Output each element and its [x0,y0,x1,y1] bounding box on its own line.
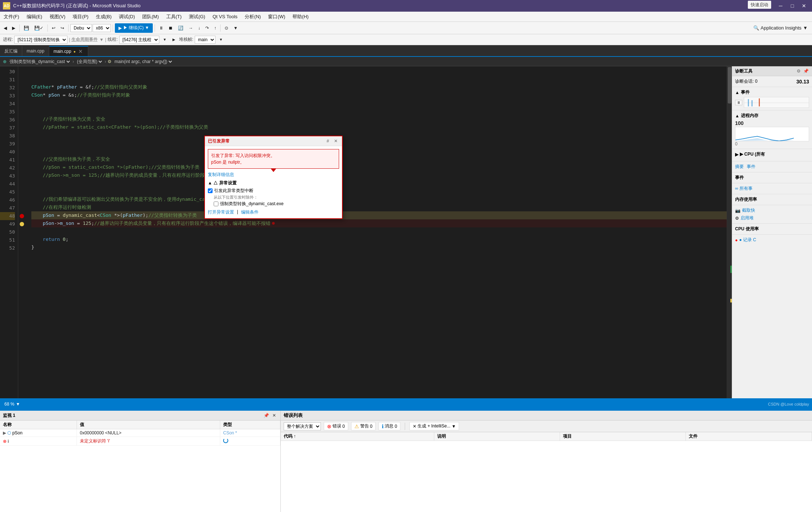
break-checkbox[interactable] [208,188,213,193]
summary-tab[interactable]: 摘要 [735,164,744,170]
menu-edit[interactable]: 编辑(E) [23,12,46,22]
title-bar-text: C++版数据结构代码学习 (正在调试) - Microsoft Visual S… [13,3,140,9]
undo-button[interactable]: ↩ [50,23,58,33]
editor-scrollbar[interactable] [727,66,732,398]
menu-window[interactable]: 窗口(W) [264,12,289,22]
events-toolbar: ⏸ [735,97,809,108]
restart-button[interactable]: 🔄 [176,23,186,33]
warning-count-badge[interactable]: ⚠ 警告 0 [351,422,376,430]
application-insights-dropdown[interactable]: ▼ [803,25,808,31]
error-badge-icon: ⊗ [327,423,331,429]
diag-settings[interactable]: ⚙ [795,68,802,74]
application-insights-label[interactable]: Application Insights [761,25,801,31]
back-button[interactable]: ◀ [1,23,9,33]
tab-main-cpp-2[interactable]: main.cpp ● ✕ [49,46,89,56]
debug-mode-select[interactable]: Debu [70,24,92,32]
pause-button[interactable]: ⏸ [157,23,166,33]
error-count-text: 错误 [333,423,341,429]
code-editor[interactable]: 30 31 32 33 34 35 36 37 38 39 40 41 42 4… [0,66,732,398]
menu-file[interactable]: 文件(F) [0,12,23,22]
thread-select[interactable]: [54276] 主线程 [119,36,159,44]
events-tab[interactable]: 事件 [747,164,755,170]
col-file[interactable]: 文件 [686,432,812,441]
diag-all-events: ∞ 所有事 [732,183,812,194]
maximize-button[interactable]: □ [787,1,797,11]
tab-disassembly[interactable]: 反汇编 [0,46,22,56]
tab-close-button[interactable]: ✕ [78,48,83,54]
forward-button[interactable]: ▶ [10,23,18,33]
capture-label[interactable]: 截取快 [742,207,755,214]
code-line-40 [31,147,727,155]
menu-test[interactable]: 测试(G) [185,12,209,22]
copy-details-link[interactable]: 复制详细信息 [208,172,234,177]
thread-next[interactable]: ▶ [170,35,178,44]
close-button[interactable]: ✕ [799,1,809,11]
record-label[interactable]: ● 记录 C [739,237,756,243]
diag-pin[interactable]: 📌 [803,68,809,74]
pause-events-btn[interactable]: ⏸ [735,100,742,105]
application-insights-area: 🔍 Application Insights ▼ [750,25,811,31]
diag-events-heading: 事件 [732,172,812,183]
thread-filter[interactable]: ▼ [161,35,169,44]
message-count-badge[interactable]: ℹ 消息 0 [378,422,400,430]
stop-button[interactable]: ⏹ [166,23,175,33]
watch-pin[interactable]: 📌 [263,412,269,419]
stack-more[interactable]: ▼ [217,35,225,44]
step-out[interactable]: ↑ [212,23,218,33]
settings-collapse-icon[interactable]: ▲ [208,180,212,185]
message-badge-icon: ℹ [382,423,384,429]
step-into[interactable]: ↓ [196,23,202,33]
zoom-status[interactable]: 68 % ▼ [3,402,22,407]
thread-label: 线程: [108,36,117,43]
diag-memory-section: ▲ 进程内存 100 0 [732,110,812,149]
continue-button[interactable]: ▶ ▶ 继续(C) ▼ [115,23,153,33]
cpu-collapse-icon[interactable]: ▶ [735,152,738,157]
col-desc[interactable]: 说明 [434,432,560,441]
heap-label[interactable]: 启用堆 [741,215,754,221]
col-code[interactable]: 代码 ↑ [281,432,434,441]
close-popup-button[interactable]: ✕ [333,138,339,144]
scrollbar-thumb[interactable] [728,67,731,103]
breakpoint-menu[interactable]: ▼ [231,23,240,33]
open-settings-link[interactable]: 打开异常设置 [208,209,234,215]
memory-collapse-icon[interactable]: ▲ [735,113,739,118]
lifecycle-events-label[interactable]: 生命周期事件 [71,36,98,43]
scope-select[interactable]: 强制类型转换_dynamic_cast [8,59,71,65]
breakpoint-btn[interactable]: ⊙ [222,23,230,33]
menu-tools[interactable]: 工具(T) [163,12,186,22]
code-content[interactable]: CFather* pFather = &f;//父类指针指向父类对象 CSon*… [26,66,727,398]
quick-start-box[interactable]: 快速启动 [748,1,771,9]
stack-select[interactable]: main [195,36,215,44]
show-next-stmt[interactable]: → [186,23,195,33]
minimize-button[interactable]: ─ [776,1,786,11]
expand-pson[interactable]: ▶ [3,430,6,435]
intellisense-badge[interactable]: ✕ 生成 + IntelliSe... ▼ [409,422,459,430]
menu-analyze[interactable]: 分析(N) [241,12,264,22]
process-select[interactable]: [52112] 强制类型转换 [14,36,67,44]
redo-button[interactable]: ↪ [58,23,66,33]
menu-help[interactable]: 帮助(H) [289,12,312,22]
menu-project[interactable]: 项目(P) [69,12,92,22]
save-all-button[interactable]: 💾✓ [32,23,46,33]
menu-build[interactable]: 生成(B) [92,12,115,22]
collapse-icon[interactable]: ▲ [735,90,739,95]
diagnostic-panel: 诊断工具 ⚙ 📌 诊断会话: 0 30.13 ▲ 事件 ⏸ [732,66,812,398]
col-project[interactable]: 项目 [560,432,686,441]
popup-icons: # ✕ [325,138,339,144]
menu-qt[interactable]: Qt VS Tools [209,12,241,21]
save-button[interactable]: 💾 [22,23,31,33]
context-select[interactable]: (全局范围) [75,59,103,65]
watch-close[interactable]: ✕ [271,412,277,419]
error-count-badge[interactable]: ⊗ 错误 0 [324,422,348,430]
menu-team[interactable]: 团队(M) [139,12,163,22]
platform-select[interactable]: x86 [93,24,111,32]
function-select[interactable]: main(int argc, char * argv[]) [113,59,173,65]
menu-view[interactable]: 视图(V) [46,12,69,22]
step-over[interactable]: ↷ [203,23,211,33]
exe-checkbox[interactable] [214,202,218,206]
scope-filter-select[interactable]: 整个解决方案 [284,422,321,430]
edit-conditions-link[interactable]: 编辑条件 [241,209,259,215]
pin-button[interactable]: # [325,138,331,144]
tab-main-cpp-1[interactable]: main.cpp [22,46,49,56]
menu-debug[interactable]: 调试(D) [115,12,139,22]
